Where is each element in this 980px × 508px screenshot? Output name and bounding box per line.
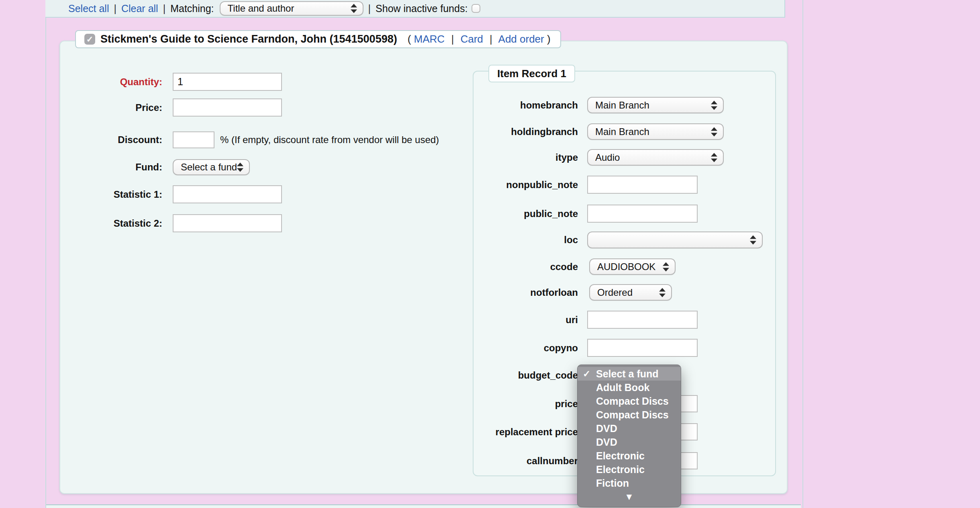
dropdown-option[interactable]: Electronic <box>578 449 681 463</box>
copyno-label: copyno <box>474 339 578 357</box>
budget-code-dropdown-menu: ✓ Select a fund Adult Book Compact Discs… <box>577 365 681 507</box>
show-inactive-funds-label: Show inactive funds: <box>376 3 468 14</box>
public-note-label: public_note <box>474 205 578 223</box>
nonpublic-note-input[interactable] <box>587 176 698 194</box>
matching-label: Matching: <box>170 3 214 14</box>
holdingbranch-select[interactable]: Main Branch <box>587 123 724 140</box>
batch-toolbar: Select all | Clear all | Matching: Title… <box>45 0 785 18</box>
itype-select-value: Audio <box>595 152 620 163</box>
statistic1-label: Statistic 1: <box>60 185 162 203</box>
check-icon: ✓ <box>583 367 590 381</box>
updown-arrows-icon <box>659 288 666 297</box>
separator: | <box>490 33 492 45</box>
dropdown-option[interactable]: Fiction <box>578 476 681 490</box>
itype-label: itype <box>474 149 578 166</box>
notforloan-select-value: Ordered <box>597 287 633 298</box>
dropdown-option[interactable]: Electronic <box>578 463 681 476</box>
record-title-box: ✓ Stickmen's Guide to Science Farndon, J… <box>75 30 561 48</box>
separator: | <box>451 33 454 45</box>
separator: | <box>163 3 166 14</box>
discount-label: Discount: <box>60 131 162 148</box>
quantity-input[interactable] <box>173 73 282 91</box>
matching-select-value: Title and author <box>228 3 294 14</box>
marc-link[interactable]: MARC <box>414 33 445 45</box>
select-all-link[interactable]: Select all <box>68 3 109 14</box>
holdingbranch-select-value: Main Branch <box>595 126 649 137</box>
statistic2-label: Statistic 2: <box>60 214 162 232</box>
matching-select[interactable]: Title and author <box>220 1 363 16</box>
item-record-legend: Item Record 1 <box>488 65 575 82</box>
ccode-label: ccode <box>474 258 578 275</box>
dropdown-option-label: Compact Discs <box>596 395 669 407</box>
statistic2-input[interactable] <box>173 214 282 232</box>
quantity-label: Quantity: <box>60 73 162 91</box>
fund-select-value: Select a fund <box>181 162 237 173</box>
dropdown-option[interactable]: Adult Book <box>578 381 681 394</box>
dropdown-option-label: DVD <box>596 436 617 448</box>
nonpublic-note-label: nonpublic_note <box>474 176 578 194</box>
homebranch-select[interactable]: Main Branch <box>587 97 724 113</box>
updown-arrows-icon <box>351 4 357 13</box>
price-input[interactable] <box>173 98 282 117</box>
notforloan-label: notforloan <box>474 284 578 301</box>
public-note-input[interactable] <box>587 205 698 223</box>
loc-label: loc <box>474 231 578 248</box>
dropdown-option-label: Fiction <box>596 477 629 489</box>
dropdown-option-label: Compact Discs <box>596 409 669 420</box>
fund-select[interactable]: Select a fund <box>173 159 250 175</box>
separator: | <box>368 3 371 14</box>
homebranch-label: homebranch <box>474 97 578 113</box>
open-paren: ( <box>408 33 411 45</box>
dropdown-option-label: Select a fund <box>596 368 659 379</box>
acquisitions-order-page: Select all | Clear all | Matching: Title… <box>0 0 980 508</box>
record-title-links: ( MARC | Card | Add order ) <box>408 33 551 45</box>
statistic1-input[interactable] <box>173 185 282 203</box>
dropdown-scroll-down-icon[interactable]: ▼ <box>578 490 681 504</box>
budget-code-label: budget_code <box>474 367 578 384</box>
itype-select[interactable]: Audio <box>587 149 724 166</box>
ccode-select[interactable]: AUDIOBOOK <box>589 258 676 275</box>
updown-arrows-icon <box>750 236 756 245</box>
record-title: Stickmen's Guide to Science Farndon, Joh… <box>100 33 397 45</box>
card-link[interactable]: Card <box>460 33 483 45</box>
dropdown-option-label: DVD <box>596 423 617 434</box>
bottom-section <box>46 504 801 508</box>
dropdown-option[interactable]: DVD <box>578 435 681 449</box>
updown-arrows-icon <box>663 262 669 271</box>
updown-arrows-icon <box>711 127 717 136</box>
uri-label: uri <box>474 311 578 329</box>
callnumber-label: callnumber <box>474 452 578 469</box>
item-price-label: price <box>474 395 578 412</box>
check-icon: ✓ <box>86 35 94 44</box>
show-inactive-funds-checkbox[interactable] <box>472 4 480 13</box>
updown-arrows-icon <box>711 153 717 162</box>
updown-arrows-icon <box>711 100 717 110</box>
dropdown-option[interactable]: Compact Discs <box>578 408 681 422</box>
dropdown-option-label: Electronic <box>596 450 645 461</box>
discount-input[interactable] <box>173 131 214 148</box>
clear-all-link[interactable]: Clear all <box>121 3 158 14</box>
holdingbranch-label: holdingbranch <box>474 123 578 140</box>
dropdown-option-selected[interactable]: ✓ Select a fund <box>578 367 681 381</box>
dropdown-option[interactable]: DVD <box>578 422 681 435</box>
ccode-select-value: AUDIOBOOK <box>597 261 655 272</box>
separator: | <box>114 3 116 14</box>
loc-select[interactable] <box>587 231 763 248</box>
dropdown-option[interactable]: Compact Discs <box>578 394 681 408</box>
add-order-link[interactable]: Add order <box>498 33 544 45</box>
dropdown-option-label: Adult Book <box>596 382 649 393</box>
notforloan-select[interactable]: Ordered <box>589 284 672 301</box>
fund-label: Fund: <box>60 159 162 175</box>
uri-input[interactable] <box>587 311 698 329</box>
price-label: Price: <box>60 98 162 117</box>
copyno-input[interactable] <box>587 339 698 357</box>
record-checkbox[interactable]: ✓ <box>84 34 95 45</box>
updown-arrows-icon <box>237 163 243 172</box>
discount-note: % (If empty, discount rate from vendor w… <box>220 131 439 148</box>
replacement-price-label: replacement price <box>474 423 578 440</box>
close-paren: ) <box>547 33 551 45</box>
homebranch-select-value: Main Branch <box>595 100 649 111</box>
dropdown-option-label: Electronic <box>596 464 645 475</box>
